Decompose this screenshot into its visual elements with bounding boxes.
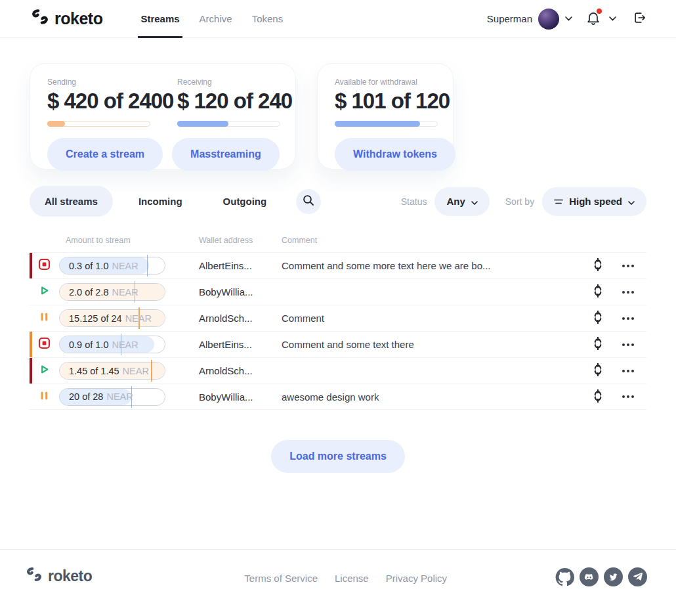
stream-amount: 2.0 of 2.8 <box>69 287 108 297</box>
stream-token: NEAR <box>125 313 152 324</box>
link-icon <box>593 337 603 352</box>
brand-wordmark: roketo <box>54 9 102 28</box>
stop-icon <box>38 258 51 273</box>
stream-progress-pill: 0.9 of 1.0NEAR <box>59 336 165 353</box>
stream-row: 15.125 of 24NEARArnoldSch...Comment <box>30 305 646 331</box>
tab-all-streams[interactable]: All streams <box>30 186 113 217</box>
license-link[interactable]: License <box>335 573 369 584</box>
ellipsis-icon <box>622 265 634 267</box>
twitter-icon[interactable] <box>604 567 623 586</box>
terms-link[interactable]: Terms of Service <box>244 573 318 584</box>
load-more-wrap: Load more streams <box>0 440 676 473</box>
stream-amount: 20 of 28 <box>69 391 103 402</box>
withdrawal-metric: Available for withdrawal $ 101 of 120 <box>335 77 438 127</box>
sort-dropdown[interactable]: High speed <box>542 187 646 216</box>
col-wallet: Wallet address <box>199 236 282 245</box>
stream-progress-pill: 1.45 of 1.45NEAR <box>59 362 165 380</box>
filter-controls: Status Any Sort by High speed <box>401 187 646 216</box>
social-links <box>555 567 647 586</box>
tab-incoming[interactable]: Incoming <box>123 186 198 217</box>
account-menu-button[interactable] <box>565 16 572 21</box>
withdraw-tokens-button[interactable]: Withdraw tokens <box>335 138 455 171</box>
nav-tokens[interactable]: Tokens <box>251 0 285 37</box>
notifications-expand-button[interactable] <box>609 16 616 21</box>
table-header: Amount to stream Wallet address Comment <box>30 229 646 252</box>
wallet-address: BobyWillia... <box>199 286 282 297</box>
stream-comment: Comment <box>282 313 586 324</box>
status-dropdown[interactable]: Any <box>434 187 489 216</box>
withdrawal-value: $ 101 of 120 <box>335 89 438 114</box>
stream-link-button[interactable] <box>586 311 610 326</box>
wallet-address: ArnoldSch... <box>199 313 282 324</box>
sign-out-button[interactable] <box>633 11 647 27</box>
stream-amount: 0.3 of 1.0 <box>69 261 108 271</box>
row-menu-button[interactable] <box>610 265 646 267</box>
sending-progress-bar <box>47 121 150 127</box>
stream-link-button[interactable] <box>586 363 610 378</box>
row-menu-button[interactable] <box>610 343 646 346</box>
chevron-down-icon <box>609 16 616 21</box>
ellipsis-icon <box>622 343 634 346</box>
avatar[interactable] <box>538 9 559 30</box>
sign-out-icon <box>633 11 647 27</box>
row-menu-button[interactable] <box>610 317 646 320</box>
stream-link-button[interactable] <box>586 389 610 405</box>
stream-token: NEAR <box>112 287 138 297</box>
stream-token: NEAR <box>112 261 138 271</box>
col-comment: Comment <box>282 236 586 245</box>
status-label: Status <box>401 196 427 207</box>
create-stream-button[interactable]: Create a stream <box>47 138 163 171</box>
masstreaming-button[interactable]: Masstreaming <box>172 138 280 171</box>
stream-progress-pill: 2.0 of 2.8NEAR <box>59 283 165 301</box>
wallet-address: ArnoldSch... <box>199 365 282 376</box>
wallet-address: AlbertEins... <box>199 260 282 271</box>
roketo-logo-icon <box>31 9 49 29</box>
wallet-address: BobyWillia... <box>199 391 282 403</box>
withdrawal-progress-bar <box>335 121 438 127</box>
receiving-label: Receiving <box>177 77 280 87</box>
row-menu-button[interactable] <box>610 370 646 372</box>
sending-progress-fill <box>47 121 65 127</box>
pause-icon <box>38 389 51 405</box>
status-stripe <box>30 253 32 278</box>
link-icon <box>593 258 603 273</box>
tab-outgoing[interactable]: Outgoing <box>208 186 282 217</box>
telegram-icon[interactable] <box>628 567 647 586</box>
nav-streams[interactable]: Streams <box>139 0 180 37</box>
ellipsis-icon <box>622 395 634 398</box>
sending-value: $ 420 of 2400 <box>47 89 150 114</box>
streams-table: Amount to stream Wallet address Comment … <box>30 229 646 410</box>
stream-row: 20 of 28NEARBobyWillia...awesome design … <box>30 384 646 410</box>
stream-link-button[interactable] <box>586 337 610 352</box>
stream-link-button[interactable] <box>586 258 610 273</box>
streams-summary-card: Sending $ 420 of 2400 Receiving $ 120 of… <box>30 63 296 169</box>
github-icon[interactable] <box>555 567 574 586</box>
nav-archive[interactable]: Archive <box>198 0 234 37</box>
link-icon <box>593 311 603 326</box>
footer-brand-wordmark: roketo <box>48 567 92 585</box>
roketo-logo[interactable]: roketo <box>31 9 102 29</box>
discord-icon[interactable] <box>580 567 599 586</box>
stream-rows: 0.3 of 1.0NEARAlbertEins...Comment and s… <box>30 252 646 410</box>
sort-lines-icon <box>554 196 563 207</box>
stream-amount: 15.125 of 24 <box>69 313 122 324</box>
row-menu-button[interactable] <box>610 395 646 398</box>
sort-by-label: Sort by <box>505 196 534 207</box>
summary-cards: Sending $ 420 of 2400 Receiving $ 120 of… <box>0 38 676 169</box>
pause-icon <box>38 311 51 326</box>
withdrawal-progress-fill <box>335 121 420 127</box>
notifications-button[interactable] <box>586 11 601 28</box>
sending-label: Sending <box>47 77 150 87</box>
footer-logo[interactable]: roketo <box>26 567 92 586</box>
ellipsis-icon <box>622 291 634 294</box>
sort-value: High speed <box>569 196 622 207</box>
load-more-button[interactable]: Load more streams <box>271 440 405 473</box>
row-menu-button[interactable] <box>610 291 646 294</box>
search-icon <box>303 194 314 208</box>
filter-bar: All streams Incoming Outgoing Status Any… <box>0 169 676 217</box>
search-button[interactable] <box>296 189 321 214</box>
link-icon <box>593 389 603 405</box>
stream-amount: 1.45 of 1.45 <box>69 366 119 376</box>
privacy-link[interactable]: Privacy Policy <box>386 573 447 584</box>
stream-link-button[interactable] <box>586 284 610 299</box>
